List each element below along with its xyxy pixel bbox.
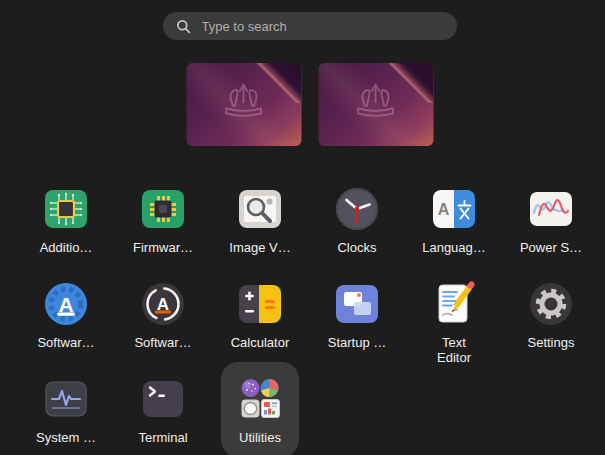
settings-icon [527, 280, 575, 328]
utilities-folder-icon [236, 375, 284, 423]
workspace-switcher [186, 63, 433, 146]
app-label: Terminal [138, 430, 187, 445]
app-text-editor[interactable]: Text Editor [406, 280, 503, 375]
app-label: Firmwar… [133, 240, 193, 255]
app-label: Additio… [40, 240, 93, 255]
workspace-thumbnail-2[interactable] [318, 63, 433, 146]
app-label: System … [36, 430, 96, 445]
app-language-support[interactable]: A Languag… [406, 185, 503, 280]
search-icon [176, 19, 191, 34]
svg-text:A: A [438, 201, 450, 218]
app-label: Softwar… [134, 335, 191, 350]
system-monitor-icon [42, 375, 90, 423]
terminal-icon [139, 375, 187, 423]
workspace-thumbnail-1[interactable] [186, 63, 301, 146]
software-updater-icon: A [139, 280, 187, 328]
app-label: Languag… [422, 240, 486, 255]
app-power-statistics[interactable]: Power S… [503, 185, 600, 280]
folder-highlight: Utilities [221, 362, 299, 455]
app-label: Clocks [337, 240, 376, 255]
app-additional-drivers[interactable]: Additio… [18, 185, 115, 280]
app-terminal[interactable]: Terminal [115, 375, 212, 455]
crown-wallpaper-emblem [213, 81, 275, 127]
app-label: Text Editor [430, 335, 478, 366]
app-label: Utilities [239, 430, 281, 445]
activities-overview: Additio… Firmwar… [0, 0, 605, 455]
app-label: Startup … [328, 335, 387, 350]
power-statistics-icon [527, 185, 575, 233]
clocks-icon [333, 185, 381, 233]
crown-wallpaper-emblem [345, 81, 407, 127]
text-editor-icon [430, 280, 478, 328]
app-label: Power S… [520, 240, 582, 255]
firmware-updater-icon [139, 185, 187, 233]
calculator-icon [236, 280, 284, 328]
search-bar[interactable] [163, 12, 457, 40]
app-calculator[interactable]: Calculator [212, 280, 309, 375]
svg-text:A: A [58, 293, 73, 316]
app-startup-applications[interactable]: Startup … [309, 280, 406, 375]
app-clocks[interactable]: Clocks [309, 185, 406, 280]
app-image-viewer[interactable]: Image V… [212, 185, 309, 280]
app-software[interactable]: A Softwar… [18, 280, 115, 375]
app-software-updater[interactable]: A Softwar… [115, 280, 212, 375]
search-input[interactable] [200, 18, 444, 35]
app-settings[interactable]: Settings [503, 280, 600, 375]
app-label: Softwar… [37, 335, 94, 350]
app-folder-utilities[interactable]: Utilities [212, 375, 309, 455]
additional-drivers-icon [42, 185, 90, 233]
language-support-icon: A [430, 185, 478, 233]
app-label: Image V… [229, 240, 290, 255]
app-grid: Additio… Firmwar… [18, 185, 600, 455]
software-icon: A [42, 280, 90, 328]
startup-applications-icon [333, 280, 381, 328]
image-viewer-icon [236, 185, 284, 233]
app-label: Calculator [231, 335, 290, 350]
app-firmware-updater[interactable]: Firmwar… [115, 185, 212, 280]
app-label: Settings [528, 335, 575, 350]
app-system-monitor[interactable]: System … [18, 375, 115, 455]
